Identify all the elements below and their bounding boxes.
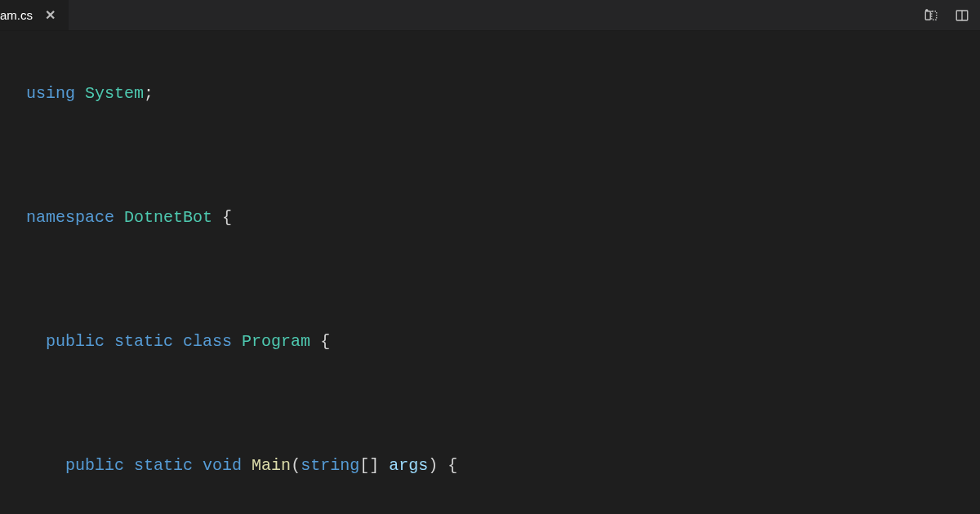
code-line: namespace DotnetBot { [26, 202, 980, 233]
code-line: using System; [26, 78, 980, 109]
code-line [26, 140, 980, 171]
tab-filename: am.cs [0, 8, 33, 22]
svg-rect-1 [932, 11, 937, 20]
code-line [26, 264, 980, 295]
tab-actions [923, 7, 980, 24]
close-icon[interactable]: ✕ [42, 8, 57, 23]
code-line: public static class Program { [26, 326, 980, 357]
diff-icon[interactable] [923, 7, 939, 24]
tab-active[interactable]: am.cs ✕ [0, 0, 69, 30]
code-line [26, 388, 980, 419]
svg-rect-0 [925, 11, 930, 20]
tab-bar: am.cs ✕ [0, 0, 980, 31]
split-editor-icon[interactable] [954, 7, 970, 24]
code-editor[interactable]: using System; namespace DotnetBot { publ… [0, 31, 980, 514]
code-line: public static void Main(string[] args) { [26, 450, 980, 481]
